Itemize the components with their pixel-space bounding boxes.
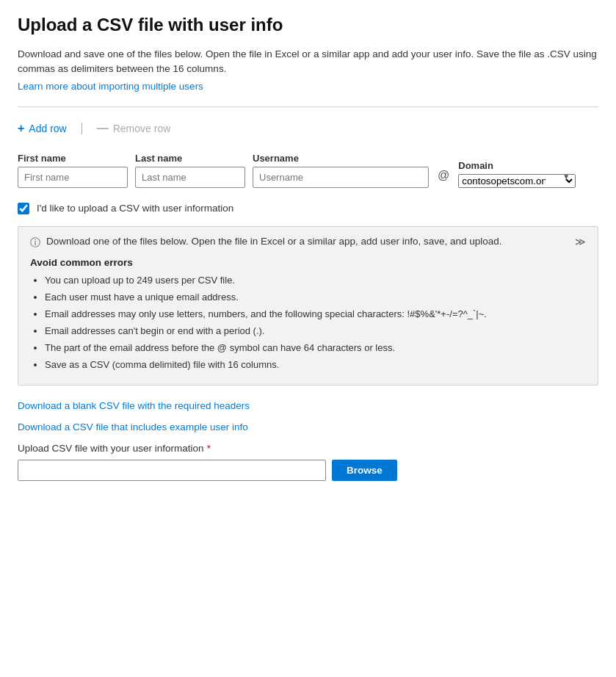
info-box-header-text: Download one of the files below. Open th… xyxy=(46,236,569,247)
download-example-csv-link[interactable]: Download a CSV file that includes exampl… xyxy=(18,421,598,432)
csv-upload-checkbox[interactable] xyxy=(18,203,29,214)
toolbar-separator xyxy=(81,123,82,134)
download-blank-csv-link[interactable]: Download a blank CSV file with the requi… xyxy=(18,400,598,411)
domain-select[interactable]: contosopetscom.onmic... xyxy=(458,174,576,188)
username-label: Username xyxy=(253,153,429,164)
upload-file-input[interactable] xyxy=(18,460,326,481)
upload-row: Browse xyxy=(18,460,598,481)
remove-row-button[interactable]: — Remove row xyxy=(97,122,171,135)
user-form-row: First name Last name Username @ Domain c… xyxy=(18,153,598,188)
list-item: The part of the email address before the… xyxy=(45,341,586,355)
last-name-field: Last name xyxy=(135,153,245,188)
learn-more-link[interactable]: Learn more about importing multiple user… xyxy=(18,81,203,92)
add-row-label: Add row xyxy=(29,123,66,134)
first-name-input[interactable] xyxy=(18,167,128,188)
toolbar: + Add row — Remove row xyxy=(18,122,598,135)
page-description: Download and save one of the files below… xyxy=(18,47,598,77)
info-icon: ⓘ xyxy=(30,236,40,250)
list-item: Email addresses may only use letters, nu… xyxy=(45,308,586,321)
list-item: Each user must have a unique email addre… xyxy=(45,291,586,304)
upload-label: Upload CSV file with your user informati… xyxy=(18,443,598,454)
page-title: Upload a CSV file with user info xyxy=(18,15,598,35)
upload-label-text: Upload CSV file with your user informati… xyxy=(18,443,204,454)
username-input[interactable] xyxy=(253,167,429,188)
upload-section: Upload CSV file with your user informati… xyxy=(18,443,598,481)
domain-field: Domain contosopetscom.onmic... ▼ xyxy=(458,160,576,188)
add-row-button[interactable]: + Add row xyxy=(18,122,67,135)
avoid-errors-title: Avoid common errors xyxy=(30,257,586,268)
browse-button[interactable]: Browse xyxy=(332,460,397,481)
at-symbol: @ xyxy=(436,169,451,182)
info-box-header: ⓘ Download one of the files below. Open … xyxy=(30,236,586,250)
minus-icon: — xyxy=(97,122,109,135)
list-item: You can upload up to 249 users per CSV f… xyxy=(45,274,586,287)
required-marker: * xyxy=(207,443,211,454)
plus-icon: + xyxy=(18,122,24,135)
section-divider xyxy=(18,106,598,107)
username-field: Username xyxy=(253,153,429,188)
remove-row-label: Remove row xyxy=(113,123,171,134)
list-item: Save as a CSV (comma delimited) file wit… xyxy=(45,358,586,372)
last-name-input[interactable] xyxy=(135,167,245,188)
collapse-icon[interactable]: ≫ xyxy=(575,236,586,247)
csv-upload-checkbox-label[interactable]: I'd like to upload a CSV with user infor… xyxy=(37,203,233,214)
first-name-field: First name xyxy=(18,153,128,188)
info-box: ⓘ Download one of the files below. Open … xyxy=(18,226,598,385)
error-tips-list: You can upload up to 249 users per CSV f… xyxy=(30,274,586,372)
first-name-label: First name xyxy=(18,153,128,164)
csv-upload-checkbox-row: I'd like to upload a CSV with user infor… xyxy=(18,203,598,214)
list-item: Email addresses can't begin or end with … xyxy=(45,325,586,338)
domain-label: Domain xyxy=(458,160,576,171)
last-name-label: Last name xyxy=(135,153,245,164)
